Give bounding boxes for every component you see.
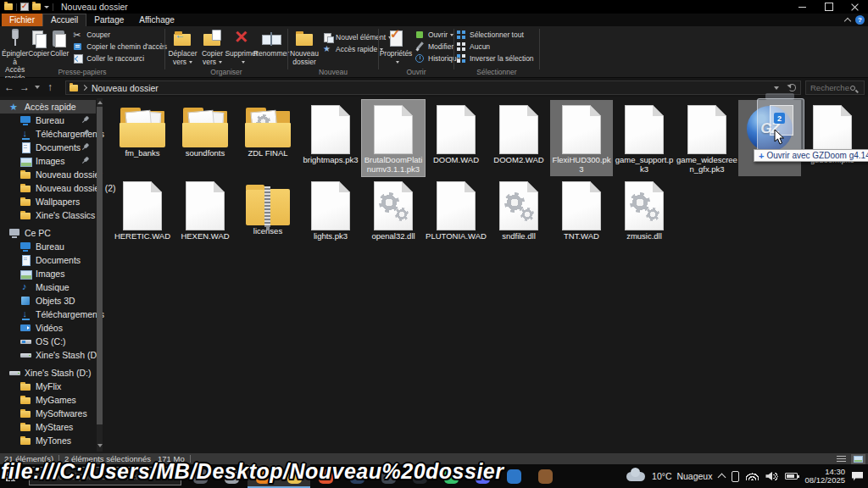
- sidebar-item[interactable]: MySoftwares: [0, 407, 96, 420]
- dropdown-caret-icon: [242, 61, 245, 64]
- sidebar-item[interactable]: Accès rapide: [0, 100, 96, 114]
- sidebar-item[interactable]: Ce PC: [0, 226, 96, 240]
- file-item[interactable]: sndfile.dll: [487, 176, 550, 252]
- file-item[interactable]: game_support.pk3: [613, 100, 676, 176]
- minimize-button[interactable]: [789, 0, 815, 14]
- sidebar-item[interactable]: Xine's Stash (D:): [0, 366, 96, 380]
- sidebar-item[interactable]: Documents: [0, 141, 96, 154]
- collapse-ribbon-icon[interactable]: [844, 18, 851, 25]
- tab-partage[interactable]: Partage: [86, 14, 131, 26]
- search-icon[interactable]: [850, 86, 855, 91]
- tab-accueil[interactable]: Accueil: [42, 14, 86, 26]
- tab-fichier[interactable]: Fichier: [2, 14, 42, 26]
- new-folder-icon[interactable]: [32, 3, 41, 10]
- rename-button[interactable]: Renommer: [257, 29, 286, 58]
- back-arrow-icon[interactable]: ←: [2, 81, 17, 93]
- scrollbar-thumb[interactable]: [97, 107, 103, 424]
- address-dropdown-chevron-icon[interactable]: [774, 86, 779, 90]
- sidebar-item[interactable]: Nouveau dossier: [0, 168, 96, 181]
- copy-path-button[interactable]: Copier le chemin d'accès: [73, 42, 167, 53]
- hidden-icons-chevron-icon[interactable]: [718, 474, 726, 482]
- search-input[interactable]: [806, 83, 850, 92]
- refresh-icon[interactable]: [788, 84, 796, 92]
- clock[interactable]: 14:30 08/12/2025: [804, 468, 845, 485]
- file-item[interactable]: zmusic.dll: [613, 176, 676, 252]
- file-item[interactable]: DOOM2.WAD: [487, 100, 550, 176]
- sidebar-item[interactable]: Téléchargements: [0, 308, 96, 321]
- copy-button[interactable]: Copier: [28, 29, 49, 58]
- weather-cloud-icon[interactable]: [626, 472, 645, 481]
- cut-button[interactable]: Couper: [73, 30, 167, 41]
- sidebar-item[interactable]: Images: [0, 154, 96, 168]
- sidebar-item[interactable]: Vidéos: [0, 321, 96, 335]
- invert-selection-button[interactable]: Inverser la sélection: [456, 53, 534, 64]
- sidebar-item[interactable]: Téléchargements: [0, 127, 96, 141]
- file-item[interactable]: gzdoom.pk3: [801, 100, 864, 176]
- sidebar-item[interactable]: OS (C:): [0, 335, 96, 348]
- new-folder-button[interactable]: Nouveaudossier: [290, 29, 319, 66]
- file-item[interactable]: BrutalDoomPlatinumv3.1.1.pk3: [362, 100, 425, 176]
- sidebar-item[interactable]: Images: [0, 267, 96, 280]
- notification-center-icon[interactable]: [852, 472, 863, 481]
- file-item[interactable]: PLUTONIA.WAD: [425, 176, 487, 252]
- sidebar-item[interactable]: Xine's Classics: [0, 208, 96, 222]
- sidebar-item[interactable]: Nouveau dossier (2): [0, 181, 96, 195]
- taskbar-app-icon[interactable]: [530, 464, 561, 488]
- customize-toolbar-chevron-icon[interactable]: [44, 6, 49, 8]
- volume-icon[interactable]: [765, 472, 778, 481]
- up-arrow-icon[interactable]: ↑: [42, 81, 58, 93]
- file-item[interactable]: fm_banks: [111, 100, 174, 176]
- sidebar-item[interactable]: Documents: [0, 253, 96, 267]
- sidebar-item[interactable]: Wallpapers: [0, 195, 96, 208]
- thumbnail-view-button[interactable]: [851, 454, 865, 464]
- file-item[interactable]: DOOM.WAD: [425, 100, 487, 176]
- breadcrumb-folder-name[interactable]: Nouveau dossier: [92, 83, 159, 93]
- help-icon[interactable]: ?: [855, 15, 865, 25]
- sidebar-item[interactable]: MyTones: [0, 434, 96, 447]
- file-item[interactable]: licenses: [236, 176, 299, 252]
- select-none-button[interactable]: Aucun: [456, 42, 534, 53]
- breadcrumb[interactable]: Nouveau dossier: [65, 80, 801, 95]
- maximize-button[interactable]: [815, 0, 842, 14]
- properties-icon[interactable]: [20, 3, 29, 11]
- scroll-up-icon[interactable]: [97, 99, 103, 104]
- file-item[interactable]: HEXEN.WAD: [174, 176, 236, 252]
- sidebar-scrollbar[interactable]: [97, 98, 103, 452]
- battery-icon[interactable]: [785, 473, 798, 480]
- file-item[interactable]: FlexiHUD300.pk3: [550, 100, 613, 176]
- copy-to-button[interactable]: Copiervers: [198, 29, 226, 66]
- sidebar-item[interactable]: Bureau: [0, 240, 96, 253]
- file-item[interactable]: soundfonts: [174, 100, 236, 176]
- sidebar-item[interactable]: Xine's Stash (D:): [0, 348, 96, 362]
- sidebar-item[interactable]: MyFlix: [0, 380, 96, 393]
- folder-icon[interactable]: [4, 3, 13, 10]
- file-item[interactable]: game_widescreen_gfx.pk3: [676, 100, 738, 176]
- sidebar-item[interactable]: Objets 3D: [0, 294, 96, 308]
- scroll-down-icon[interactable]: [97, 444, 103, 449]
- sidebar-item[interactable]: MyStares: [0, 420, 96, 434]
- sidebar-item[interactable]: Musique: [0, 280, 96, 294]
- file-item[interactable]: HERETIC.WAD: [111, 176, 174, 252]
- recent-locations-chevron-icon[interactable]: [35, 86, 40, 89]
- paste-shortcut-button[interactable]: Coller le raccourci: [73, 53, 167, 64]
- file-item[interactable]: ZDL FINAL: [236, 100, 299, 176]
- sidebar-item[interactable]: MyGames: [0, 393, 96, 407]
- weather-text[interactable]: 10°C Nuageux: [652, 471, 712, 481]
- properties-button[interactable]: Propriétés: [381, 29, 411, 66]
- details-view-button[interactable]: [834, 454, 849, 464]
- move-to-button[interactable]: Déplacervers: [167, 29, 198, 66]
- file-item[interactable]: openal32.dll: [362, 176, 425, 252]
- tab-affichage[interactable]: Affichage: [131, 14, 182, 26]
- phone-icon[interactable]: [732, 471, 739, 482]
- delete-button[interactable]: Supprimer: [226, 29, 257, 66]
- file-item[interactable]: lights.pk3: [299, 176, 362, 252]
- search-box[interactable]: [805, 80, 865, 95]
- file-item[interactable]: brightmaps.pk3: [299, 100, 362, 176]
- paste-button[interactable]: Coller: [49, 29, 70, 58]
- select-all-button[interactable]: Sélectionner tout: [456, 30, 534, 41]
- sidebar-item[interactable]: Bureau: [0, 114, 96, 127]
- close-button[interactable]: [842, 0, 868, 14]
- file-item[interactable]: TNT.WAD: [550, 176, 613, 252]
- forward-arrow-icon[interactable]: →: [17, 81, 32, 93]
- wifi-icon[interactable]: [746, 472, 759, 480]
